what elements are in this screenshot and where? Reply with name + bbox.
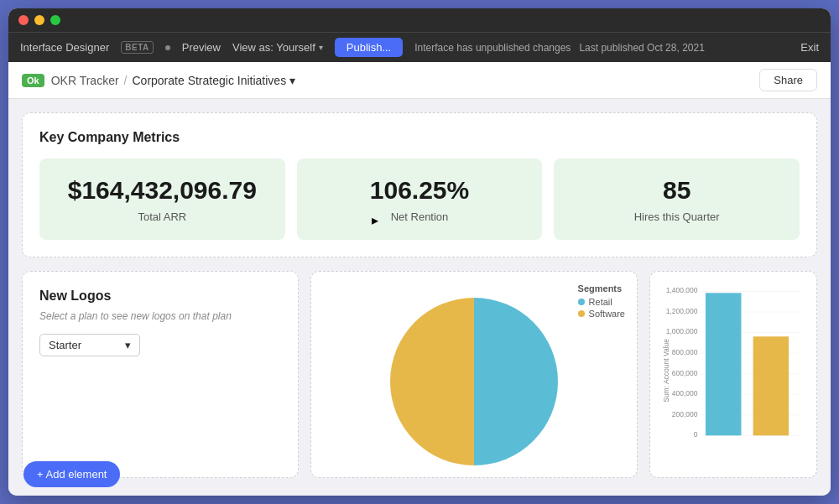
y-label-7: 0 — [694, 430, 698, 439]
exit-button[interactable]: Exit — [800, 41, 819, 54]
nav-bar: Ok OKR Tracker / Corporate Strategic Ini… — [8, 62, 831, 99]
y-label-5: 400,000 — [672, 389, 698, 397]
bar-chart-svg: 1,400,000 1,200,000 1,000,000 800,000 60… — [662, 283, 805, 465]
breadcrumb-root[interactable]: OKR Tracker — [51, 74, 119, 87]
legend-title: Segments — [578, 283, 625, 294]
chart-legend: Segments Retail Software — [578, 283, 625, 320]
view-as-chevron-icon: ▾ — [319, 43, 323, 52]
y-label-0: 1,400,000 — [666, 286, 698, 294]
metric-arr: $164,432,096.79 Total ARR — [39, 158, 285, 240]
breadcrumb-current[interactable]: Corporate Strategic Initiatives ▾ — [132, 74, 295, 87]
breadcrumb: OKR Tracker / Corporate Strategic Initia… — [51, 74, 295, 87]
minimize-icon[interactable] — [34, 15, 44, 25]
legend-software-dot — [578, 310, 585, 317]
metric-retention-label: Net Rention — [310, 210, 529, 223]
share-button[interactable]: Share — [759, 69, 817, 91]
legend-software: Software — [578, 309, 625, 319]
legend-retail-dot — [578, 299, 585, 305]
legend-retail: Retail — [578, 297, 625, 307]
metric-hires-label: Hires this Quarter — [567, 210, 786, 223]
metrics-card-title: Key Company Metrics — [39, 130, 800, 145]
plan-selector-chevron-icon: ▾ — [125, 339, 131, 351]
y-label-3: 800,000 — [672, 348, 698, 356]
new-logos-card: New Logos Select a plan to see new logos… — [22, 271, 299, 478]
pie-slice-retail — [474, 298, 558, 465]
new-logos-subtitle: Select a plan to see new logos on that p… — [39, 310, 281, 322]
metric-hires-value: 85 — [567, 175, 786, 205]
bar-retail — [706, 293, 741, 435]
preview-button[interactable]: Preview — [182, 41, 221, 54]
plan-selector[interactable]: Starter ▾ — [39, 334, 140, 356]
maximize-icon[interactable] — [50, 15, 60, 25]
y-label-2: 1,000,000 — [666, 327, 698, 335]
publish-button[interactable]: Publish... — [335, 38, 403, 57]
view-as-selector[interactable]: View as: Yourself ▾ — [232, 41, 323, 54]
metric-retention-value: 106.25% — [310, 175, 529, 205]
legend-retail-label: Retail — [589, 297, 612, 307]
app-name: Interface Designer — [20, 41, 109, 54]
y-axis-label: Sum: Account Value — [662, 339, 670, 403]
bar-software — [753, 336, 789, 435]
breadcrumb-separator: / — [124, 74, 128, 87]
metrics-row: $164,432,096.79 Total ARR 106.25% Net Re… — [39, 158, 800, 240]
publish-status: Interface has unpublished changes Last p… — [414, 42, 705, 54]
pie-chart-card: Segments Retail Software — [310, 271, 638, 478]
new-logos-title: New Logos — [39, 288, 281, 304]
metric-arr-label: Total ARR — [53, 210, 272, 223]
add-element-button[interactable]: + Add element — [23, 461, 120, 487]
metric-retention: 106.25% Net Rention — [297, 158, 543, 240]
beta-badge: BETA — [121, 41, 153, 54]
y-label-6: 200,000 — [672, 410, 698, 418]
y-label-4: 600,000 — [672, 369, 698, 377]
toolbar-separator — [165, 45, 170, 50]
main-content: ▸ Key Company Metrics $164,432,096.79 To… — [8, 99, 831, 496]
ok-badge: Ok — [22, 74, 44, 87]
metric-arr-value: $164,432,096.79 — [53, 175, 272, 205]
legend-software-label: Software — [589, 309, 625, 319]
pie-slice-software — [390, 298, 474, 465]
view-as-label: View as: Yourself — [232, 41, 315, 54]
y-label-1: 1,200,000 — [666, 307, 698, 315]
bottom-section: New Logos Select a plan to see new logos… — [22, 271, 817, 478]
app-window: Interface Designer BETA Preview View as:… — [8, 8, 831, 496]
plan-selector-value: Starter — [49, 339, 81, 351]
bar-chart-card: 1,400,000 1,200,000 1,000,000 800,000 60… — [649, 271, 817, 478]
pie-chart-svg — [390, 298, 558, 465]
title-bar — [8, 8, 831, 32]
metric-hires: 85 Hires this Quarter — [554, 158, 800, 240]
close-icon[interactable] — [18, 15, 29, 25]
metrics-card: Key Company Metrics $164,432,096.79 Tota… — [22, 112, 817, 257]
toolbar: Interface Designer BETA Preview View as:… — [8, 32, 831, 62]
breadcrumb-chevron-icon: ▾ — [289, 74, 295, 87]
